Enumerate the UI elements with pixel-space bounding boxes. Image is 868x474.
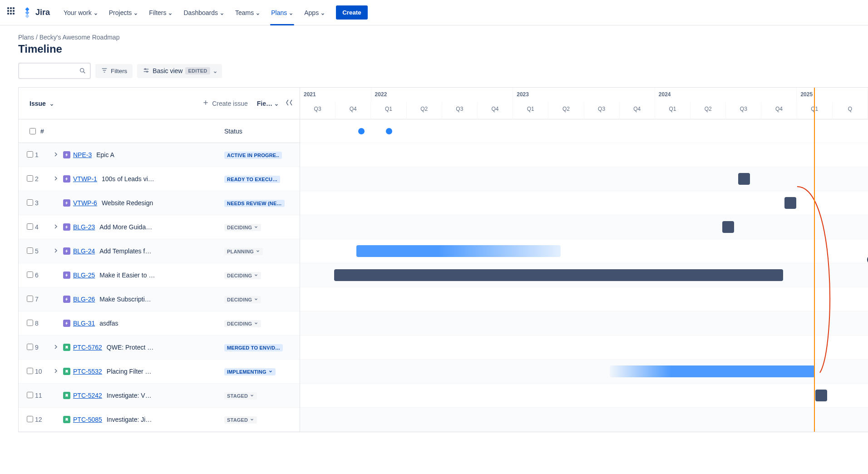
issue-summary: 100s of Leads vi…	[102, 175, 219, 183]
chevron-down-icon	[250, 393, 254, 399]
expand-icon[interactable]	[53, 223, 63, 231]
row-checkbox[interactable]	[27, 151, 33, 158]
row-checkbox[interactable]	[27, 320, 33, 326]
status-lozenge[interactable]: IMPLEMENTING	[224, 368, 276, 375]
row-number: 12	[35, 416, 53, 423]
timeline-bar[interactable]	[610, 365, 815, 377]
quarter-cell: Q3	[584, 102, 620, 119]
jira-logo[interactable]: Jira	[22, 7, 50, 18]
filter-icon	[101, 67, 108, 75]
table-row: 11 PTC-5242 Investigate: V… STAGED	[19, 384, 300, 408]
breadcrumb-plans[interactable]: Plans	[18, 34, 34, 41]
quarter-cell: Q4	[620, 102, 655, 119]
expand-icon[interactable]	[53, 175, 63, 183]
issue-key-link[interactable]: NPE-3	[73, 151, 92, 158]
issue-key-link[interactable]: PTC-5085	[73, 416, 102, 423]
issue-key-link[interactable]: PTC-5532	[73, 368, 102, 375]
issue-key-link[interactable]: PTC-5242	[73, 392, 102, 399]
collapse-columns-icon[interactable]	[285, 99, 293, 108]
row-checkbox[interactable]	[27, 296, 33, 302]
nav-apps[interactable]: Apps	[300, 5, 330, 20]
create-issue-button[interactable]: Create issue	[202, 99, 248, 108]
status-lozenge[interactable]: PLANNING	[224, 248, 263, 255]
issue-key-link[interactable]: BLG-31	[73, 320, 95, 327]
table-row: 1 NPE-3 Epic A ACTIVE IN PROGRE..	[19, 143, 300, 167]
chevron-down-icon	[94, 10, 98, 15]
nav-projects[interactable]: Projects	[104, 5, 143, 20]
table-row: 7 BLG-26 Make Subscripti… DECIDING	[19, 287, 300, 311]
row-checkbox[interactable]	[27, 344, 33, 350]
quarter-cell: Q2	[407, 102, 442, 119]
timeline-block[interactable]	[815, 390, 827, 401]
row-checkbox[interactable]	[27, 392, 33, 398]
status-lozenge[interactable]: READY TO EXECU…	[224, 176, 280, 183]
story-icon	[63, 344, 73, 351]
row-checkbox[interactable]	[27, 272, 33, 278]
chevron-down-icon	[254, 225, 258, 230]
expand-icon[interactable]	[53, 247, 63, 255]
select-all-checkbox[interactable]	[30, 128, 36, 134]
issue-key-link[interactable]: PTC-5762	[73, 344, 102, 351]
issue-key-link[interactable]: VTWP-6	[73, 199, 97, 207]
status-lozenge[interactable]: DECIDING	[224, 296, 261, 303]
chevron-down-icon	[289, 10, 293, 15]
issue-column-header[interactable]: Issue	[19, 100, 137, 107]
nav-teams[interactable]: Teams	[231, 5, 265, 20]
nav-plans[interactable]: Plans	[266, 5, 298, 20]
story-icon	[63, 368, 73, 375]
status-lozenge[interactable]: ACTIVE IN PROGRE..	[224, 152, 282, 159]
issue-key-link[interactable]: BLG-24	[73, 247, 95, 255]
issue-summary: Investigate: V…	[107, 392, 219, 399]
story-icon	[63, 392, 73, 399]
filters-button[interactable]: Filters	[95, 64, 133, 78]
timeline-bar[interactable]	[334, 269, 783, 281]
app-switcher-icon[interactable]	[7, 7, 18, 18]
row-checkbox[interactable]	[27, 416, 33, 422]
row-checkbox[interactable]	[27, 368, 33, 374]
release-marker[interactable]	[386, 128, 392, 134]
status-lozenge[interactable]: STAGED	[224, 416, 257, 424]
expand-icon[interactable]	[53, 368, 63, 375]
status-column-header: Status	[222, 128, 300, 135]
view-picker[interactable]: Basic view EDITED	[137, 64, 222, 78]
release-marker[interactable]	[358, 128, 365, 134]
nav-dashboards[interactable]: Dashboards	[179, 5, 229, 20]
status-lozenge[interactable]: NEEDS REVIEW (NE…	[224, 200, 285, 207]
search-input-wrapper	[18, 63, 91, 79]
edited-badge: EDITED	[185, 67, 210, 74]
row-checkbox[interactable]	[27, 199, 33, 206]
timeline-block[interactable]	[784, 197, 796, 209]
search-input[interactable]	[24, 64, 76, 78]
issue-key-link[interactable]: VTWP-1	[73, 175, 97, 183]
row-number: 9	[35, 344, 53, 351]
status-lozenge[interactable]: DECIDING	[224, 224, 261, 231]
expand-icon[interactable]	[53, 151, 63, 158]
issue-summary: Epic A	[96, 151, 219, 158]
svg-point-0	[80, 69, 84, 72]
timeline-block[interactable]	[722, 221, 734, 233]
row-checkbox[interactable]	[27, 175, 33, 182]
nav-your-work[interactable]: Your work	[59, 5, 103, 20]
row-number: 4	[35, 223, 53, 231]
create-button[interactable]: Create	[336, 5, 368, 20]
issue-key-link[interactable]: BLG-23	[73, 223, 95, 231]
issue-key-link[interactable]: BLG-25	[73, 272, 95, 279]
epic-icon	[63, 272, 73, 279]
story-icon	[63, 416, 73, 423]
nav-filters[interactable]: Filters	[144, 5, 177, 20]
status-lozenge[interactable]: DECIDING	[224, 320, 261, 327]
row-checkbox[interactable]	[27, 223, 33, 230]
status-lozenge[interactable]: MERGED TO ENV/D…	[224, 344, 283, 351]
expand-icon[interactable]	[53, 344, 63, 351]
fields-dropdown[interactable]: Fie…	[257, 100, 279, 107]
timeline-row	[300, 215, 868, 239]
timeline-row	[300, 336, 868, 360]
timeline-bar[interactable]	[356, 245, 561, 257]
issue-key-link[interactable]: BLG-26	[73, 296, 95, 303]
status-lozenge[interactable]: DECIDING	[224, 272, 261, 279]
status-header-row: # Status	[19, 119, 300, 143]
timeline-block[interactable]	[738, 173, 750, 185]
row-checkbox[interactable]	[27, 247, 33, 254]
breadcrumb-plan-name[interactable]: Becky's Awesome Roadmap	[39, 34, 120, 41]
status-lozenge[interactable]: STAGED	[224, 392, 257, 400]
